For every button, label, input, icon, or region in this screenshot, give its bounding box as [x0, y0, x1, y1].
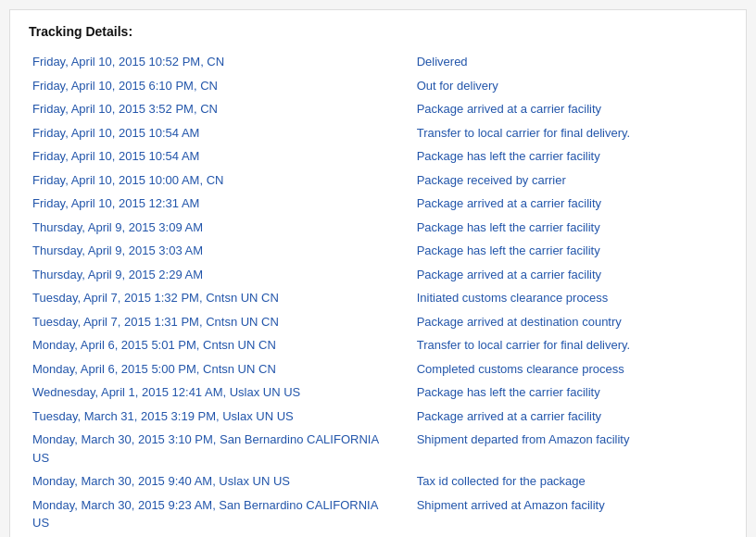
row-status: Shipment arrived at Amazon facility: [413, 493, 727, 535]
tracking-container: Tracking Details: Friday, April 10, 2015…: [9, 9, 747, 537]
row-status: Package has left the carrier facility: [413, 239, 727, 263]
table-row: Friday, April 10, 2015 10:52 PM, CNDeliv…: [29, 50, 727, 74]
row-datetime: Thursday, April 9, 2015 3:09 AM: [29, 216, 413, 240]
row-status: Package arrived at a carrier facility: [413, 97, 727, 121]
row-datetime: Friday, April 10, 2015 10:52 PM, CN: [29, 50, 413, 74]
table-row: Thursday, April 9, 2015 3:03 AMPackage h…: [29, 239, 727, 263]
table-row: Friday, April 10, 2015 10:54 AMPackage h…: [29, 144, 727, 169]
row-datetime: Monday, March 30, 2015 9:23 AM, San Bern…: [29, 493, 413, 535]
table-row: Monday, April 6, 2015 5:00 PM, Cntsn UN …: [29, 357, 727, 381]
row-datetime: Monday, April 6, 2015 5:00 PM, Cntsn UN …: [29, 357, 413, 381]
row-datetime: Friday, April 10, 2015 10:54 AM: [29, 144, 413, 169]
row-status: Package arrived at destination country: [413, 310, 727, 334]
tracking-table: Friday, April 10, 2015 10:52 PM, CNDeliv…: [29, 50, 727, 537]
table-row: Thursday, April 9, 2015 3:09 AMPackage h…: [29, 216, 727, 240]
row-datetime: Friday, April 10, 2015 10:00 AM, CN: [29, 169, 413, 193]
row-status: Delivered: [413, 50, 727, 74]
table-row: Tuesday, April 7, 2015 1:32 PM, Cntsn UN…: [29, 286, 727, 310]
row-status: Tax id collected for the package: [413, 469, 727, 493]
row-datetime: Tuesday, April 7, 2015 1:31 PM, Cntsn UN…: [29, 310, 413, 334]
row-datetime: Friday, April 10, 2015 10:54 AM: [29, 121, 413, 145]
section-title: Tracking Details:: [29, 24, 727, 39]
row-datetime: Wednesday, April 1, 2015 12:41 AM, Uslax…: [29, 381, 413, 405]
table-row: Friday, April 10, 2015 3:52 PM, CNPackag…: [29, 97, 727, 121]
table-row: Thursday, April 9, 2015 2:29 AMPackage a…: [29, 263, 727, 287]
table-row: Monday, April 6, 2015 5:01 PM, Cntsn UN …: [29, 333, 727, 357]
table-row: Tuesday, March 31, 2015 3:19 PM, Uslax U…: [29, 405, 727, 429]
row-datetime: Friday, April 10, 2015 12:31 AM: [29, 192, 413, 216]
row-status: Package arrived at a carrier facility: [413, 405, 727, 429]
row-status: Shipment departed from Amazon facility: [413, 428, 727, 469]
row-status: Out for delivery: [413, 74, 727, 98]
table-row: Friday, April 10, 2015 10:00 AM, CNPacka…: [29, 169, 727, 193]
row-datetime: Friday, April 10, 2015 6:10 PM, CN: [29, 74, 413, 98]
table-row: Monday, March 30, 2015 9:23 AM, San Bern…: [29, 493, 727, 535]
row-status: Transfer to local carrier for final deli…: [413, 121, 727, 145]
table-row: Monday, March 30, 2015 9:40 AM, Uslax UN…: [29, 469, 727, 493]
row-status: Package has left the carrier facility: [413, 144, 727, 169]
row-status: Package arrived at a carrier facility: [413, 263, 727, 287]
table-row: Wednesday, April 1, 2015 12:41 AM, Uslax…: [29, 381, 727, 405]
row-status: Transfer to local carrier for final deli…: [413, 333, 727, 357]
row-datetime: Tuesday, March 31, 2015 3:19 PM, Uslax U…: [29, 405, 413, 429]
table-row: Friday, April 10, 2015 12:31 AMPackage a…: [29, 192, 727, 216]
table-row: Monday, March 30, 2015 3:10 PM, San Bern…: [29, 428, 727, 469]
row-datetime: Thursday, April 9, 2015 2:29 AM: [29, 263, 413, 287]
row-datetime: Tuesday, April 7, 2015 1:32 PM, Cntsn UN…: [29, 286, 413, 310]
table-row: Friday, April 10, 2015 10:54 AMTransfer …: [29, 121, 727, 145]
row-datetime: Monday, April 6, 2015 5:01 PM, Cntsn UN …: [29, 333, 413, 357]
row-status: Initiated customs clearance process: [413, 286, 727, 310]
row-datetime: Monday, March 30, 2015 3:10 PM, San Bern…: [29, 428, 413, 469]
row-status: Package has left the carrier facility: [413, 381, 727, 405]
row-datetime: Friday, April 10, 2015 3:52 PM, CN: [29, 97, 413, 121]
row-status: Package has left the carrier facility: [413, 216, 727, 240]
table-row: Tuesday, April 7, 2015 1:31 PM, Cntsn UN…: [29, 310, 727, 334]
table-row: Friday, April 10, 2015 6:10 PM, CNOut fo…: [29, 74, 727, 98]
row-datetime: Monday, March 30, 2015 9:40 AM, Uslax UN…: [29, 469, 413, 493]
row-status: Completed customs clearance process: [413, 357, 727, 381]
row-status: Package arrived at a carrier facility: [413, 192, 727, 216]
row-datetime: Thursday, April 9, 2015 3:03 AM: [29, 239, 413, 263]
row-status: Package received by carrier: [413, 169, 727, 193]
